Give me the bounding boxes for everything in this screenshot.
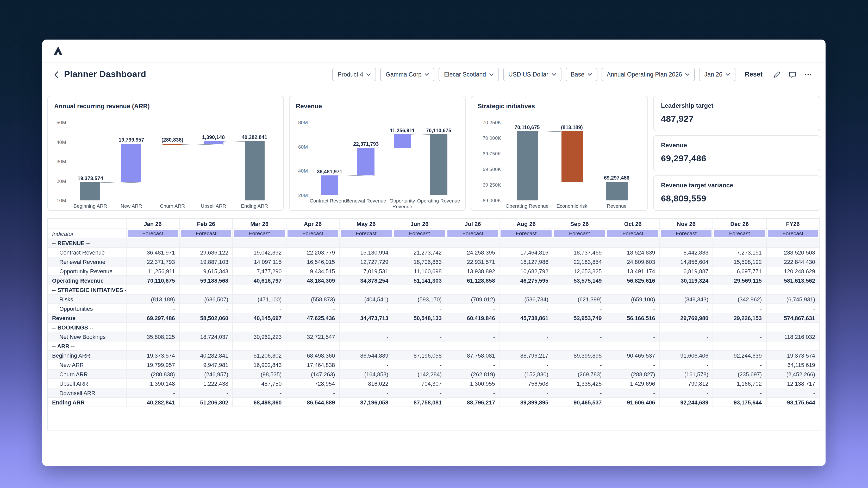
grid-cell[interactable]: (6,745,931) (766, 294, 819, 304)
grid-cell[interactable] (606, 238, 660, 248)
grid-cell[interactable]: 18,524,839 (606, 248, 660, 257)
grid-cell[interactable]: - (606, 360, 660, 369)
grid-cell[interactable]: 7,019,531 (339, 266, 393, 275)
grid-cell[interactable]: 90,465,537 (553, 397, 606, 407)
back-button[interactable] (53, 70, 59, 79)
grid-cell[interactable]: 11,256,911 (126, 266, 180, 275)
grid-cell[interactable]: - (553, 304, 606, 313)
grid-cell[interactable]: - (553, 360, 606, 369)
grid-cell[interactable]: 7,477,290 (233, 266, 286, 275)
grid-cell[interactable]: (280,838) (126, 369, 180, 379)
grid-cell[interactable]: 24,258,395 (446, 248, 499, 257)
grid-cell[interactable] (180, 285, 233, 294)
grid-cell[interactable]: 89,399,895 (553, 351, 606, 360)
grid-cell[interactable]: 11,160,698 (393, 266, 446, 275)
filter-annual-operating-plan-2026[interactable]: Annual Operating Plan 2026 (601, 68, 695, 81)
grid-cell[interactable]: 68,498,360 (233, 397, 286, 407)
grid-cell[interactable] (713, 322, 766, 332)
grid-cell[interactable]: - (606, 388, 660, 397)
grid-cell[interactable]: 16,902,843 (233, 360, 286, 369)
grid-cell[interactable]: - (446, 332, 499, 341)
grid-cell[interactable]: 15,130,994 (339, 248, 393, 257)
grid-cell[interactable] (553, 322, 606, 332)
column-header[interactable]: Sep 26 (553, 219, 606, 229)
grid-cell[interactable] (180, 341, 233, 351)
grid-cell[interactable]: 45,738,861 (499, 313, 553, 322)
grid-cell[interactable]: (558,873) (286, 294, 340, 304)
column-header[interactable]: FY26 (766, 219, 819, 229)
grid-cell[interactable]: 91,606,406 (606, 397, 660, 407)
grid-cell[interactable]: - (339, 304, 393, 313)
grid-cell[interactable] (126, 322, 180, 332)
grid-cell[interactable]: (342,962) (713, 294, 766, 304)
grid-cell[interactable]: 40,145,697 (233, 313, 286, 322)
grid-cell[interactable] (446, 322, 499, 332)
grid-cell[interactable] (766, 322, 819, 332)
grid-cell[interactable]: (659,100) (606, 294, 660, 304)
grid-cell[interactable]: 1,335,425 (553, 379, 606, 388)
grid-cell[interactable]: 16,546,015 (286, 257, 340, 266)
grid-cell[interactable]: 19,373,574 (126, 351, 180, 360)
grid-cell[interactable] (659, 341, 713, 351)
column-header[interactable]: Dec 26 (713, 219, 766, 229)
grid-cell[interactable]: 19,887,103 (180, 257, 233, 266)
grid-cell[interactable] (286, 322, 340, 332)
grid-cell[interactable] (446, 238, 499, 248)
grid-cell[interactable] (339, 322, 393, 332)
grid-cell[interactable]: - (659, 388, 713, 397)
grid-cell[interactable]: 1,300,955 (446, 379, 499, 388)
grid-cell[interactable]: 487,750 (233, 379, 286, 388)
grid-cell[interactable]: 15,598,192 (713, 257, 766, 266)
grid-cell[interactable]: 68,498,360 (286, 351, 340, 360)
grid-cell[interactable]: 34,878,254 (339, 275, 393, 285)
grid-cell[interactable]: 22,203,779 (286, 248, 340, 257)
grid-cell[interactable]: 6,819,887 (659, 266, 713, 275)
grid-cell[interactable]: 61,128,858 (446, 275, 499, 285)
grid-cell[interactable]: 56,825,616 (606, 275, 660, 285)
grid-cell[interactable]: 59,188,568 (180, 275, 233, 285)
more-options-button[interactable] (801, 68, 815, 81)
grid-cell[interactable]: 29,686,122 (180, 248, 233, 257)
grid-cell[interactable]: 18,127,986 (499, 257, 553, 266)
column-header[interactable]: Aug 26 (499, 219, 553, 229)
grid-cell[interactable]: 704,307 (393, 379, 446, 388)
grid-cell[interactable] (233, 285, 286, 294)
grid-cell[interactable]: (164,853) (339, 369, 393, 379)
grid-cell[interactable]: 12,138,717 (766, 379, 819, 388)
grid-cell[interactable]: - (126, 304, 180, 313)
grid-cell[interactable]: 52,953,749 (553, 313, 606, 322)
grid-cell[interactable]: (2,452,266) (766, 369, 819, 379)
grid-cell[interactable]: - (713, 388, 766, 397)
grid-cell[interactable]: 50,548,133 (393, 313, 446, 322)
filter-jan-26[interactable]: Jan 26 (699, 68, 736, 81)
grid-cell[interactable] (393, 341, 446, 351)
grid-cell[interactable]: - (339, 360, 393, 369)
grid-cell[interactable]: 756,508 (499, 379, 553, 388)
grid-cell[interactable]: 90,465,537 (606, 351, 660, 360)
grid-cell[interactable]: - (713, 360, 766, 369)
filter-gamma-corp[interactable]: Gamma Corp (380, 68, 435, 81)
grid-cell[interactable]: (152,830) (499, 369, 553, 379)
grid-cell[interactable]: 51,206,302 (180, 397, 233, 407)
grid-cell[interactable]: - (339, 388, 393, 397)
grid-cell[interactable]: 17,464,838 (286, 360, 340, 369)
grid-cell[interactable]: (349,343) (659, 294, 713, 304)
grid-cell[interactable]: - (393, 388, 446, 397)
grid-cell[interactable] (233, 322, 286, 332)
grid-cell[interactable]: - (713, 332, 766, 341)
grid-cell[interactable]: 40,282,841 (126, 397, 180, 407)
grid-cell[interactable] (659, 322, 713, 332)
grid-cell[interactable]: 238,520,503 (766, 248, 819, 257)
grid-cell[interactable]: 9,947,981 (180, 360, 233, 369)
column-header[interactable]: Mar 26 (233, 219, 286, 229)
grid-cell[interactable] (339, 238, 393, 248)
grid-cell[interactable]: 87,196,058 (339, 397, 393, 407)
grid-cell[interactable] (393, 285, 446, 294)
column-header[interactable]: Jan 26 (126, 219, 180, 229)
grid-cell[interactable]: (98,535) (233, 369, 286, 379)
grid-cell[interactable]: 29,569,115 (713, 275, 766, 285)
grid-cell[interactable]: - (180, 388, 233, 397)
grid-cell[interactable]: 19,799,957 (126, 360, 180, 369)
grid-cell[interactable]: - (446, 388, 499, 397)
grid-cell[interactable]: 7,273,151 (713, 248, 766, 257)
